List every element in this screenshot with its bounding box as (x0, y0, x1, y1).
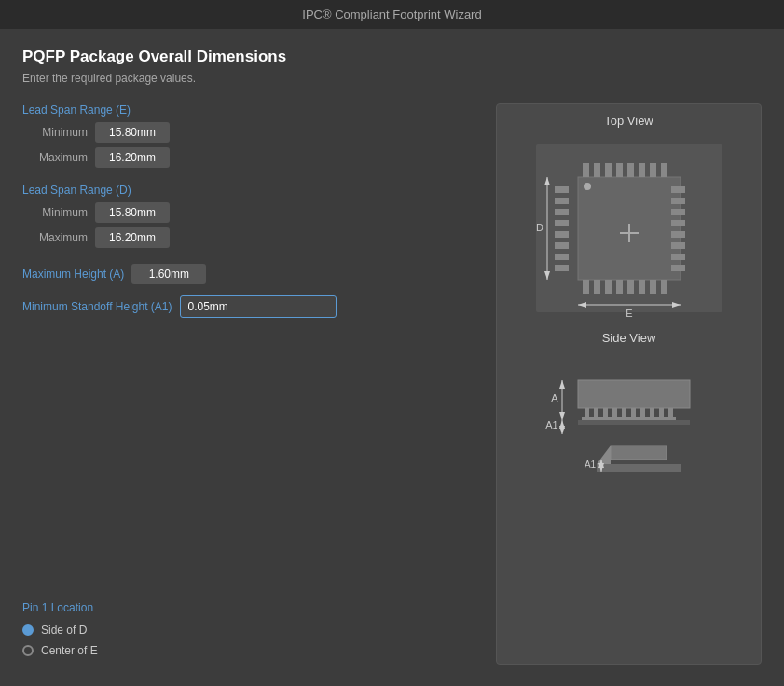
svg-rect-57 (591, 417, 601, 420)
svg-rect-77 (597, 464, 681, 472)
svg-rect-6 (594, 163, 600, 177)
svg-rect-27 (555, 254, 569, 260)
svg-rect-15 (605, 280, 612, 294)
svg-text:D: D (536, 222, 543, 233)
svg-rect-34 (671, 242, 685, 249)
svg-rect-11 (650, 163, 656, 177)
radio-label-side-of-d: Side of D (41, 624, 87, 637)
svg-rect-70 (578, 420, 690, 425)
lead-span-e-min-btn[interactable]: 15.80mm (95, 122, 170, 143)
lead-span-d-group: Lead Span Range (D) Minimum 15.80mm Maxi… (22, 184, 477, 253)
svg-rect-36 (671, 265, 685, 271)
svg-rect-23 (555, 209, 569, 215)
top-view-svg: D E (527, 135, 732, 322)
svg-rect-16 (616, 280, 623, 294)
svg-rect-26 (555, 242, 569, 249)
svg-rect-35 (671, 254, 685, 260)
radio-label-center-of-e: Center of E (41, 644, 98, 657)
svg-rect-55 (668, 408, 673, 418)
svg-marker-73 (559, 426, 565, 434)
lead-span-d-min-label: Minimum (22, 206, 88, 219)
pin-location-label: Pin 1 Location (22, 601, 477, 614)
min-standoff-group: Minimum Standoff Height (A1) 0.05mm (22, 295, 477, 318)
radio-circle-side-of-d (22, 624, 34, 636)
svg-rect-20 (661, 280, 667, 294)
svg-rect-22 (555, 198, 569, 204)
svg-text:A1: A1 (584, 460, 596, 470)
lead-span-e-min-label: Minimum (22, 126, 88, 139)
svg-rect-24 (555, 220, 569, 226)
title-bar: IPC® Compliant Footprint Wizard (0, 0, 784, 29)
svg-rect-25 (555, 231, 569, 238)
svg-text:A: A (551, 392, 558, 404)
svg-rect-5 (583, 163, 589, 177)
lead-span-e-max-btn[interactable]: 16.20mm (95, 147, 170, 168)
svg-rect-51 (631, 408, 636, 418)
lead-span-d-max-label: Maximum (22, 231, 88, 244)
svg-rect-61 (628, 417, 639, 420)
max-height-btn[interactable]: 1.60mm (131, 264, 206, 284)
svg-rect-30 (671, 198, 685, 204)
svg-rect-8 (616, 163, 623, 177)
svg-rect-13 (583, 280, 589, 294)
svg-rect-28 (555, 265, 569, 271)
lead-span-d-max-btn[interactable]: 16.20mm (95, 227, 170, 248)
svg-rect-53 (650, 408, 654, 418)
max-height-group: Maximum Height (A) 1.60mm (22, 264, 477, 284)
lead-span-e-max-label: Maximum (22, 151, 88, 164)
svg-rect-9 (627, 163, 634, 177)
svg-rect-59 (610, 417, 620, 420)
max-height-label: Maximum Height (A) (22, 268, 124, 281)
lead-span-d-min-btn[interactable]: 15.80mm (95, 202, 170, 223)
svg-rect-56 (582, 417, 592, 420)
top-view-diagram: D E (506, 135, 751, 322)
svg-rect-64 (656, 417, 667, 420)
radio-center-of-e[interactable]: Center of E (22, 644, 477, 657)
page-subtitle: Enter the required package values. (22, 72, 762, 85)
svg-rect-49 (612, 408, 617, 418)
svg-rect-47 (594, 408, 598, 418)
svg-rect-58 (600, 417, 611, 420)
svg-rect-21 (555, 186, 569, 193)
svg-rect-60 (619, 417, 629, 420)
svg-rect-62 (638, 417, 648, 420)
lead-span-d-label: Lead Span Range (D) (22, 184, 477, 197)
title-text: IPC® Compliant Footprint Wizard (302, 7, 481, 21)
radio-circle-center-of-e (22, 645, 34, 656)
lead-span-e-group: Lead Span Range (E) Minimum 15.80mm Maxi… (22, 103, 477, 172)
svg-text:A1: A1 (545, 419, 557, 431)
top-view-title: Top View (604, 114, 653, 128)
svg-rect-54 (659, 408, 664, 418)
svg-rect-18 (639, 280, 645, 294)
svg-text:E: E (626, 308, 632, 319)
svg-rect-65 (666, 417, 676, 420)
svg-rect-10 (639, 163, 645, 177)
svg-marker-76 (597, 446, 611, 464)
svg-marker-67 (559, 380, 565, 389)
side-view-title: Side View (602, 331, 656, 345)
lead-span-e-label: Lead Span Range (E) (22, 103, 477, 117)
svg-rect-50 (622, 408, 626, 418)
radio-side-of-d[interactable]: Side of D (22, 624, 477, 637)
svg-rect-12 (661, 163, 667, 177)
svg-rect-45 (578, 380, 690, 408)
svg-rect-48 (603, 408, 608, 418)
svg-rect-52 (640, 408, 645, 418)
svg-marker-68 (559, 412, 565, 420)
svg-rect-46 (585, 408, 589, 418)
pin-location-section: Pin 1 Location Side of D Center of E (22, 573, 477, 665)
svg-rect-31 (671, 209, 685, 215)
svg-rect-63 (647, 417, 657, 420)
svg-rect-29 (671, 186, 685, 193)
svg-rect-17 (627, 280, 634, 294)
min-standoff-input[interactable]: 0.05mm (180, 295, 337, 318)
min-standoff-label: Minimum Standoff Height (A1) (22, 300, 172, 313)
svg-rect-75 (611, 446, 667, 460)
page-title: PQFP Package Overall Dimensions (22, 48, 762, 66)
svg-rect-33 (671, 231, 685, 238)
side-view-svg: A A1 (527, 352, 732, 501)
side-view-diagram: A A1 (506, 352, 751, 501)
diagram-section: Top View (496, 103, 762, 665)
svg-rect-19 (650, 280, 656, 294)
svg-point-2 (584, 183, 591, 190)
